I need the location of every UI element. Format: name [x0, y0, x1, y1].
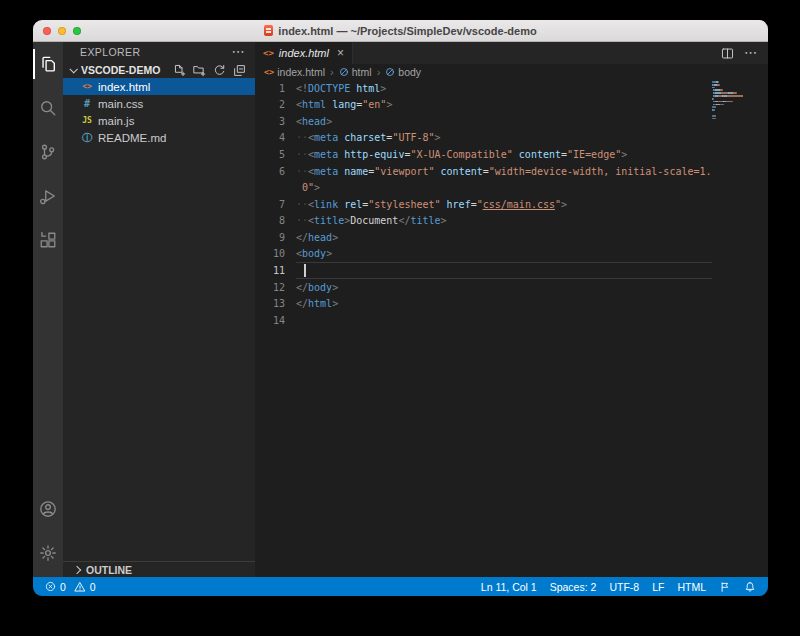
- code-text: ··<title>Document</title>: [296, 215, 447, 226]
- code-text: ··<meta http-equiv="X-UA-Compatible" con…: [296, 149, 627, 160]
- warning-count: 0: [90, 581, 96, 593]
- minimize-window-button[interactable]: [58, 27, 66, 35]
- code-text: </body>: [296, 282, 338, 293]
- activity-settings-icon[interactable]: [33, 531, 63, 575]
- text-cursor: [304, 264, 306, 277]
- line-number[interactable]: 2: [255, 99, 296, 110]
- code-text: </head>: [296, 232, 338, 243]
- line-number[interactable]: 13: [255, 298, 296, 309]
- line-number[interactable]: 1: [255, 83, 296, 94]
- file-item-main.css[interactable]: #main.css: [63, 95, 255, 112]
- cursor-position-status[interactable]: Ln 11, Col 1: [481, 581, 537, 593]
- breadcrumb-item-html[interactable]: html: [339, 66, 372, 78]
- window-title: index.html — ~/Projects/SimpleDev/vscode…: [278, 25, 536, 37]
- line-number[interactable]: 11: [255, 265, 296, 276]
- activity-source-control-icon[interactable]: [33, 130, 63, 174]
- breadcrumb-item-body[interactable]: body: [385, 66, 421, 78]
- html-file-icon: <>: [263, 48, 274, 58]
- line-number[interactable]: 12: [255, 282, 296, 293]
- html-file-icon: <>: [81, 83, 93, 91]
- breadcrumb-separator-icon: ›: [377, 66, 381, 78]
- js-file-icon: JS: [81, 117, 93, 125]
- code-text: <!DOCTYPE html>: [296, 83, 386, 94]
- file-label: README.md: [98, 132, 166, 144]
- breadcrumb-separator-icon: ›: [330, 66, 334, 78]
- code-line-13[interactable]: 13</html>: [255, 295, 768, 312]
- activity-account-icon[interactable]: [33, 487, 63, 531]
- status-bar: 0 0 Ln 11, Col 1Spaces: 2UTF-8LFHTML: [33, 577, 768, 596]
- code-line-9[interactable]: 9</head>: [255, 229, 768, 246]
- code-line-1[interactable]: 1<!DOCTYPE html>: [255, 80, 768, 97]
- folder-section-header[interactable]: VSCODE-DEMO: [63, 62, 255, 78]
- encoding-status[interactable]: UTF-8: [609, 581, 639, 593]
- line-number[interactable]: 14: [255, 315, 296, 326]
- line-number[interactable]: 9: [255, 232, 296, 243]
- indentation-status[interactable]: Spaces: 2: [550, 581, 597, 593]
- problems-status[interactable]: 0 0: [45, 581, 96, 593]
- file-label: main.js: [98, 115, 134, 127]
- new-folder-icon[interactable]: [193, 64, 206, 77]
- code-line-7[interactable]: 7··<link rel="stylesheet" href="css/main…: [255, 196, 768, 213]
- md-file-icon: ⓘ: [81, 133, 93, 143]
- activity-run-debug-icon[interactable]: [33, 174, 63, 218]
- code-line-12[interactable]: 12</body>: [255, 279, 768, 296]
- code-line-14[interactable]: 14: [255, 312, 768, 329]
- activity-bar: [33, 42, 63, 577]
- collapse-all-icon[interactable]: [233, 64, 246, 77]
- notifications-bell-icon[interactable]: [744, 581, 756, 593]
- maximize-window-button[interactable]: [73, 27, 81, 35]
- tab-close-icon[interactable]: ×: [337, 47, 344, 59]
- symbol-icon: [339, 67, 349, 77]
- line-number[interactable]: 4: [255, 132, 296, 143]
- code-line-6[interactable]: 6··<meta name="viewport" content="width=…: [255, 163, 768, 180]
- file-item-main.js[interactable]: JSmain.js: [63, 112, 255, 129]
- line-number[interactable]: 8: [255, 215, 296, 226]
- explorer-sidebar: EXPLORER ⋯ VSCODE-DEMO <>index.html#main…: [63, 42, 255, 577]
- code-line-3[interactable]: 3<head>: [255, 113, 768, 130]
- activity-explorer-icon[interactable]: [33, 42, 63, 86]
- minimap[interactable]: [712, 81, 746, 123]
- outline-section-header[interactable]: OUTLINE: [63, 561, 255, 577]
- line-number[interactable]: 3: [255, 116, 296, 127]
- code-text: 0">: [296, 182, 320, 193]
- file-item-index.html[interactable]: <>index.html: [63, 78, 255, 95]
- breadcrumb-item-index.html[interactable]: <>index.html: [264, 66, 325, 78]
- code-line-5[interactable]: 5··<meta http-equiv="X-UA-Compatible" co…: [255, 146, 768, 163]
- activity-extensions-icon[interactable]: [33, 218, 63, 262]
- new-file-icon[interactable]: [173, 64, 186, 77]
- folder-name: VSCODE-DEMO: [81, 64, 160, 76]
- line-number[interactable]: 5: [255, 149, 296, 160]
- code-text: </html>: [296, 298, 338, 309]
- code-text: ··<link rel="stylesheet" href="css/main.…: [296, 199, 567, 210]
- code-text: <head>: [296, 116, 332, 127]
- refresh-icon[interactable]: [213, 64, 226, 77]
- code-line-4[interactable]: 4··<meta charset="UTF-8">: [255, 130, 768, 147]
- code-area[interactable]: 1<!DOCTYPE html>2<html lang="en">3<head>…: [255, 79, 768, 577]
- code-line-wrap[interactable]: 0">: [255, 179, 768, 196]
- tab-index-html[interactable]: <> index.html ×: [255, 42, 353, 64]
- sidebar-title: EXPLORER: [80, 46, 140, 58]
- line-number[interactable]: 6: [255, 166, 296, 177]
- document-icon: [264, 25, 273, 36]
- close-window-button[interactable]: [43, 27, 51, 35]
- code-text: <body>: [296, 248, 332, 259]
- eol-status[interactable]: LF: [652, 581, 664, 593]
- code-line-10[interactable]: 10<body>: [255, 246, 768, 263]
- macos-titlebar[interactable]: index.html — ~/Projects/SimpleDev/vscode…: [33, 20, 768, 42]
- code-line-11[interactable]: 11: [255, 262, 768, 279]
- breadcrumb: <>index.html›html›body: [255, 64, 768, 79]
- split-editor-icon[interactable]: [721, 47, 734, 60]
- symbol-icon: [385, 67, 395, 77]
- line-number[interactable]: 7: [255, 199, 296, 210]
- css-file-icon: #: [81, 99, 93, 109]
- line-number[interactable]: 10: [255, 248, 296, 259]
- warning-icon: [74, 581, 86, 593]
- file-item-README.md[interactable]: ⓘREADME.md: [63, 129, 255, 146]
- activity-search-icon[interactable]: [33, 86, 63, 130]
- code-text: <html lang="en">: [296, 99, 392, 110]
- language-mode-status[interactable]: HTML: [677, 581, 706, 593]
- code-line-2[interactable]: 2<html lang="en">: [255, 97, 768, 114]
- breadcrumb-label: body: [398, 66, 421, 78]
- feedback-icon[interactable]: [719, 581, 731, 593]
- code-line-8[interactable]: 8··<title>Document</title>: [255, 213, 768, 230]
